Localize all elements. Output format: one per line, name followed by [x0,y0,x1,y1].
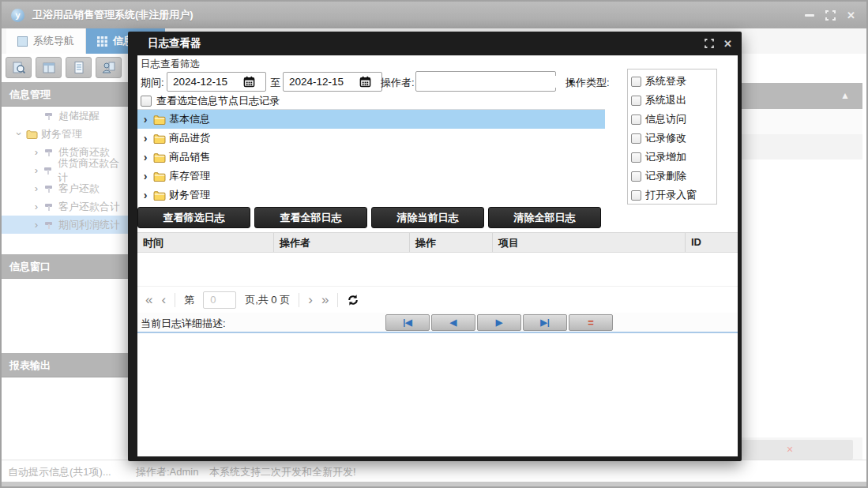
dialog-titlebar[interactable]: 日志查看器 ✕ [128,32,742,55]
detail-text-area[interactable] [137,335,738,456]
sidebar-toolbar [2,54,128,81]
record-next-button[interactable]: ▶ [477,314,521,331]
tree-item-inventory[interactable]: › 库存管理 [137,167,605,186]
operator-input[interactable] [416,76,561,88]
sidebar-item-label: 期间利润统计 [58,218,120,232]
collapse-up-icon[interactable]: ▲ [840,90,850,101]
chevron-right-icon[interactable]: › [137,132,153,145]
checkbox-icon[interactable] [631,77,641,87]
search-records-button[interactable] [6,57,32,78]
clear-all-logs-button[interactable]: 清除全部日志 [488,207,601,228]
chevron-right-icon[interactable]: › [30,164,43,176]
type-option-login[interactable]: 系统登录 [631,72,716,91]
prev-page-button[interactable]: ‹ [161,293,166,306]
record-first-button[interactable]: |◀ [385,314,430,331]
type-option-logout[interactable]: 系统退出 [631,91,716,110]
chevron-right-icon[interactable]: › [137,189,153,201]
folder-icon [153,133,166,144]
window-controls: ✕ [805,9,866,21]
type-option-access[interactable]: 信息访问 [631,110,716,129]
last-page-button[interactable]: » [321,293,329,306]
document-button[interactable] [66,57,92,78]
operation-type-list: 系统登录 系统退出 信息访问 记录修改 记录增加 记录删除 打开录入窗 [627,69,717,205]
operator-log-button[interactable] [96,57,122,78]
column-operation[interactable]: 操作 [410,233,493,252]
view-all-logs-button[interactable]: 查看全部日志 [254,207,367,228]
sidebar-item-period-profit[interactable]: › 期间利润统计 [2,216,128,234]
chevron-right-icon[interactable]: › [30,201,43,212]
operator-combobox[interactable]: ▼ [415,71,556,92]
next-page-button[interactable]: › [308,293,313,306]
checkbox-icon[interactable] [631,190,641,201]
cancel-button[interactable]: × [727,440,853,460]
tool-icon [43,202,55,212]
node-log-checkbox-row[interactable]: 查看选定信息节点日志记录 [141,94,280,108]
column-item[interactable]: 项目 [493,233,686,252]
date-from-input[interactable] [167,76,243,88]
close-button[interactable]: ✕ [847,9,855,21]
sidebar-item-finance[interactable]: › 财务管理 [2,125,128,143]
checkbox-icon[interactable] [631,152,641,163]
log-viewer-dialog: 日志查看器 ✕ 日志查看筛选 期间: [128,32,742,461]
pagination-bar: « ‹ 第 页,共 0 页 › » [137,286,738,313]
column-operator[interactable]: 操作者 [274,233,410,252]
chevron-right-icon[interactable]: › [137,113,153,126]
tab-system-nav[interactable]: 系统导航 [6,28,86,54]
calendar-icon[interactable] [359,76,371,88]
tree-item-finance[interactable]: › 财务管理 [137,186,605,205]
first-page-button[interactable]: « [145,293,152,306]
checkbox-icon[interactable] [141,96,152,107]
sidebar-item-customer-repay-total[interactable]: › 客户还款合计 [2,197,128,216]
tree-item-label: 库存管理 [169,169,210,183]
tree-item-label: 商品进货 [169,131,210,145]
record-prev-button[interactable]: ◀ [431,314,475,331]
grid-icon [97,36,107,47]
checkbox-icon[interactable] [631,171,641,182]
tree-item-basic-info[interactable]: › 基本信息 [137,110,605,129]
view-filtered-logs-button[interactable]: 查看筛选日志 [137,207,250,228]
checkbox-icon[interactable] [631,133,641,144]
folder-icon [25,130,38,139]
calendar-icon[interactable] [243,76,255,88]
record-last-button[interactable]: ▶| [523,314,567,331]
type-option-label: 记录增加 [645,150,686,164]
restore-button[interactable] [825,10,836,21]
sidebar-item-overstock[interactable]: 超储提醒 [2,107,128,125]
checkbox-icon[interactable] [631,114,641,125]
detail-label: 当前日志详细描述: [141,317,226,331]
column-time[interactable]: 时间 [137,233,274,252]
chevron-right-icon[interactable]: › [137,151,153,163]
dialog-close-button[interactable]: ✕ [723,38,732,50]
chevron-right-icon[interactable]: › [137,170,153,182]
column-id[interactable]: ID [686,233,738,252]
section-info-window[interactable]: 信息窗口 [2,254,128,279]
tree-item-purchase[interactable]: › 商品进货 [137,129,605,148]
type-option-open-entry[interactable]: 打开录入窗 [631,186,716,205]
section-report-output[interactable]: 报表输出 [2,353,128,377]
page-number-input[interactable] [203,291,236,309]
date-from-field[interactable] [167,72,266,92]
tree-item-sales[interactable]: › 商品销售 [137,148,605,167]
chevron-right-icon[interactable]: › [30,219,43,231]
clear-current-logs-button[interactable]: 清除当前日志 [371,207,484,228]
section-info-management[interactable]: 信息管理 [2,82,128,107]
type-option-modify[interactable]: 记录修改 [631,129,716,148]
node-log-checkbox-label: 查看选定信息节点日志记录 [156,94,280,108]
date-to-field[interactable] [283,72,382,92]
checkbox-icon[interactable] [631,96,641,106]
to-label: 至 [270,76,280,90]
dialog-maximize-button[interactable] [705,39,714,48]
type-option-delete[interactable]: 记录删除 [631,167,716,186]
status-operator: 操作者:Admin [136,465,198,479]
chevron-down-icon[interactable]: › [13,128,25,140]
chevron-right-icon[interactable]: › [30,146,43,158]
panel-view-button[interactable] [36,57,62,78]
minimize-button[interactable] [805,14,814,17]
chevron-right-icon[interactable]: › [30,182,43,194]
sidebar-item-supplier-repay-total[interactable]: › 供货商还款合计 [2,161,128,179]
date-to-input[interactable] [284,76,359,88]
refresh-button[interactable] [347,294,359,306]
cross-icon: × [787,443,793,456]
record-remove-button[interactable]: = [569,314,613,331]
type-option-add[interactable]: 记录增加 [631,148,716,167]
